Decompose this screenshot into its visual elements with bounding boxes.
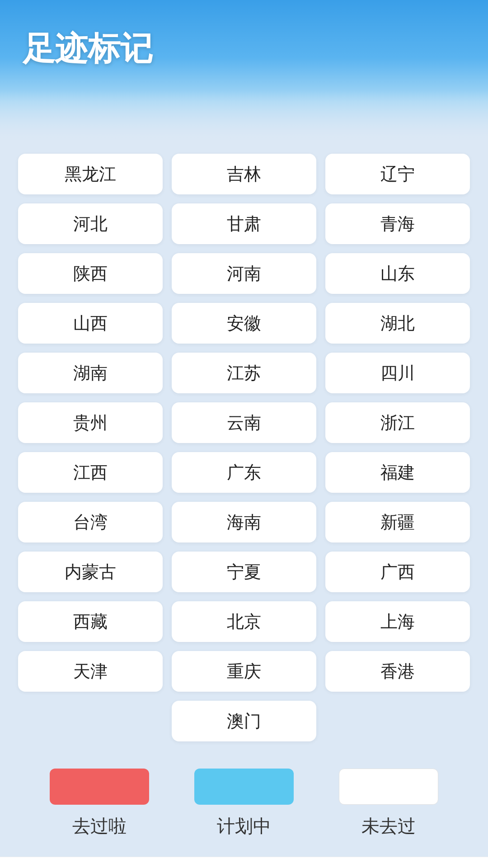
legend-planned-color [194, 769, 294, 805]
legend-visited-label: 去过啦 [72, 814, 127, 839]
province-btn-zhejiang[interactable]: 浙江 [325, 402, 470, 443]
nav-item-travel-diary[interactable]: 旅游日志 [122, 857, 244, 868]
province-btn-empty2 [325, 701, 470, 741]
nav-item-footprint[interactable]: 足迹标记 [244, 857, 366, 868]
province-btn-shanxi[interactable]: 山西 [18, 303, 163, 344]
legend-visited: 去过啦 [27, 769, 172, 839]
province-grid: 黑龙江吉林辽宁河北甘肃青海陕西河南山东山西安徽湖北湖南江苏四川贵州云南浙江江西广… [18, 145, 470, 741]
province-btn-shanghai[interactable]: 上海 [325, 601, 470, 642]
province-btn-taiwan[interactable]: 台湾 [18, 502, 163, 542]
province-btn-hainan[interactable]: 海南 [172, 502, 316, 542]
province-btn-heilongjiang[interactable]: 黑龙江 [18, 154, 163, 194]
province-btn-hebei[interactable]: 河北 [18, 203, 163, 244]
province-btn-shandong[interactable]: 山东 [325, 253, 470, 294]
province-btn-jiangxi[interactable]: 江西 [18, 452, 163, 493]
province-btn-neimenggu[interactable]: 内蒙古 [18, 552, 163, 592]
legend-visited-color [50, 769, 149, 805]
province-btn-qinghai[interactable]: 青海 [325, 203, 470, 244]
province-btn-shaanxi[interactable]: 陕西 [18, 253, 163, 294]
province-btn-xizang[interactable]: 西藏 [18, 601, 163, 642]
legend-not-visited-color [339, 769, 438, 805]
legend-not-visited-label: 未去过 [361, 814, 416, 839]
legend-planned-label: 计划中 [217, 814, 271, 839]
province-btn-guangxi[interactable]: 广西 [325, 552, 470, 592]
province-btn-guizhou[interactable]: 贵州 [18, 402, 163, 443]
bottom-nav: 旅游宝典 旅游日志 足迹标记 [0, 857, 488, 868]
province-btn-chongqing[interactable]: 重庆 [172, 651, 316, 692]
province-btn-henan[interactable]: 河南 [172, 253, 316, 294]
province-btn-sichuan[interactable]: 四川 [325, 353, 470, 393]
province-btn-beijing[interactable]: 北京 [172, 601, 316, 642]
legend: 去过啦 计划中 未去过 [18, 769, 470, 839]
main-content: 黑龙江吉林辽宁河北甘肃青海陕西河南山东山西安徽湖北湖南江苏四川贵州云南浙江江西广… [0, 145, 488, 857]
province-btn-empty1 [18, 701, 163, 741]
province-btn-tianjin[interactable]: 天津 [18, 651, 163, 692]
province-btn-hubei[interactable]: 湖北 [325, 303, 470, 344]
province-btn-anhui[interactable]: 安徽 [172, 303, 316, 344]
province-btn-yunnan[interactable]: 云南 [172, 402, 316, 443]
legend-planned: 计划中 [172, 769, 316, 839]
province-btn-xinjiang[interactable]: 新疆 [325, 502, 470, 542]
province-btn-fujian[interactable]: 福建 [325, 452, 470, 493]
province-btn-hongkong[interactable]: 香港 [325, 651, 470, 692]
legend-not-visited: 未去过 [316, 769, 461, 839]
province-btn-jilin[interactable]: 吉林 [172, 154, 316, 194]
province-btn-guangdong[interactable]: 广东 [172, 452, 316, 493]
page-title: 足迹标记 [23, 27, 465, 71]
province-btn-gansu[interactable]: 甘肃 [172, 203, 316, 244]
province-btn-hunan[interactable]: 湖南 [18, 353, 163, 393]
province-btn-aomen[interactable]: 澳门 [172, 701, 316, 741]
province-btn-ningxia[interactable]: 宁夏 [172, 552, 316, 592]
nav-item-mine[interactable]: 我的 [366, 857, 488, 868]
nav-item-travel-guide[interactable]: 旅游宝典 [0, 857, 122, 868]
header: 足迹标记 [0, 0, 488, 145]
province-btn-jiangsu[interactable]: 江苏 [172, 353, 316, 393]
province-btn-liaoning[interactable]: 辽宁 [325, 154, 470, 194]
